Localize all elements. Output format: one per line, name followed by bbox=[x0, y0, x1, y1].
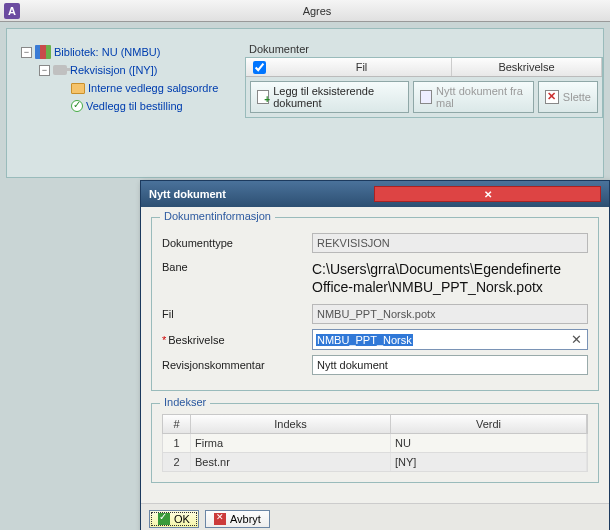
documents-toolbar: Legg til eksisterende dokument Nytt doku… bbox=[246, 77, 602, 117]
field-revisjon[interactable] bbox=[312, 355, 588, 375]
col-verdi[interactable]: Verdi bbox=[391, 415, 587, 433]
beskrivelse-selected-text: NMBU_PPT_Norsk bbox=[316, 334, 413, 346]
clear-icon[interactable]: ✕ bbox=[569, 332, 584, 347]
row-num: 1 bbox=[163, 434, 191, 452]
add-document-icon bbox=[257, 90, 269, 104]
ok-button[interactable]: OK bbox=[149, 510, 199, 528]
ok-label: OK bbox=[174, 513, 190, 525]
key-icon bbox=[53, 65, 67, 75]
documents-title: Dokumenter bbox=[245, 43, 603, 55]
row-verdi: NU bbox=[391, 434, 587, 452]
app-title: Agres bbox=[24, 5, 610, 17]
tree-leaf-label: Vedlegg til bestilling bbox=[86, 100, 183, 112]
col-indeks[interactable]: Indeks bbox=[191, 415, 391, 433]
col-beskrivelse[interactable]: Beskrivelse bbox=[452, 58, 602, 76]
label-beskrivelse: *Beskrivelse bbox=[162, 334, 312, 346]
field-bane: C:\Users\grra\Documents\Egendefinerte Of… bbox=[312, 261, 588, 296]
library-icon bbox=[35, 45, 51, 59]
index-table-header: # Indeks Verdi bbox=[162, 414, 588, 434]
cancel-label: Avbryt bbox=[230, 513, 261, 525]
documents-panel: Dokumenter Fil Beskrivelse Legg til eksi… bbox=[245, 43, 603, 118]
indekser-title: Indekser bbox=[160, 396, 210, 408]
tree-root[interactable]: − Bibliotek: NU (NMBU) bbox=[21, 43, 231, 61]
collapse-icon[interactable]: − bbox=[21, 47, 32, 58]
label-dokumenttype: Dokumenttype bbox=[162, 237, 312, 249]
add-existing-label: Legg til eksisterende dokument bbox=[273, 85, 402, 109]
add-existing-button[interactable]: Legg til eksisterende dokument bbox=[250, 81, 409, 113]
collapse-icon[interactable]: − bbox=[39, 65, 50, 76]
folder-icon bbox=[71, 83, 85, 94]
ok-icon bbox=[158, 513, 170, 525]
document-info-title: Dokumentinformasjon bbox=[160, 210, 275, 222]
row-num: 2 bbox=[163, 453, 191, 471]
row-indeks: Best.nr bbox=[191, 453, 391, 471]
row-indeks: Firma bbox=[191, 434, 391, 452]
label-revisjon: Revisjonskommentar bbox=[162, 359, 312, 371]
tree-leaf-vedlegg[interactable]: Vedlegg til bestilling bbox=[21, 97, 231, 115]
library-tree: − Bibliotek: NU (NMBU) − Rekvisisjon ([N… bbox=[21, 43, 231, 115]
check-icon bbox=[71, 100, 83, 112]
tree-root-label: Bibliotek: NU (NMBU) bbox=[54, 46, 160, 58]
cancel-icon bbox=[214, 513, 226, 525]
delete-button[interactable]: Slette bbox=[538, 81, 598, 113]
field-beskrivelse[interactable]: NMBU_PPT_Norsk ✕ bbox=[312, 329, 588, 350]
row-verdi: [NY] bbox=[391, 453, 587, 471]
close-icon[interactable]: ✕ bbox=[374, 186, 601, 202]
new-from-template-label: Nytt dokument fra mal bbox=[436, 85, 527, 109]
col-fil[interactable]: Fil bbox=[272, 58, 452, 76]
label-fil: Fil bbox=[162, 308, 312, 320]
template-icon bbox=[420, 90, 432, 104]
col-num[interactable]: # bbox=[163, 415, 191, 433]
field-fil: NMBU_PPT_Norsk.potx bbox=[312, 304, 588, 324]
beskrivelse-input[interactable] bbox=[413, 333, 569, 347]
app-titlebar: A Agres bbox=[0, 0, 610, 22]
main-workspace: − Bibliotek: NU (NMBU) − Rekvisisjon ([N… bbox=[6, 28, 604, 178]
table-row[interactable]: 1FirmaNU bbox=[162, 434, 588, 453]
indekser-group: Indekser # Indeks Verdi 1FirmaNU2Best.nr… bbox=[151, 403, 599, 483]
document-info-group: Dokumentinformasjon Dokumenttype REKVISI… bbox=[151, 217, 599, 391]
label-bane: Bane bbox=[162, 261, 312, 273]
dialog-buttons: OK Avbryt bbox=[141, 503, 609, 530]
delete-icon bbox=[545, 90, 559, 104]
table-row[interactable]: 2Best.nr[NY] bbox=[162, 453, 588, 472]
field-dokumenttype: REKVISISJON bbox=[312, 233, 588, 253]
new-from-template-button[interactable]: Nytt dokument fra mal bbox=[413, 81, 534, 113]
select-all-cell[interactable] bbox=[246, 58, 272, 76]
app-icon: A bbox=[4, 3, 20, 19]
delete-label: Slette bbox=[563, 91, 591, 103]
dialog-title: Nytt dokument bbox=[149, 188, 374, 200]
tree-node-rekvisisjon[interactable]: − Rekvisisjon ([NY]) bbox=[21, 61, 231, 79]
dialog-titlebar[interactable]: Nytt dokument ✕ bbox=[141, 181, 609, 207]
new-document-dialog: Nytt dokument ✕ Dokumentinformasjon Doku… bbox=[140, 180, 610, 530]
tree-node-label: Rekvisisjon ([NY]) bbox=[70, 64, 157, 76]
select-all-checkbox[interactable] bbox=[253, 61, 266, 74]
cancel-button[interactable]: Avbryt bbox=[205, 510, 270, 528]
tree-leaf-label: Interne vedlegg salgsordre bbox=[88, 82, 218, 94]
documents-grid-header: Fil Beskrivelse bbox=[246, 58, 602, 77]
tree-leaf-interne[interactable]: Interne vedlegg salgsordre bbox=[21, 79, 231, 97]
